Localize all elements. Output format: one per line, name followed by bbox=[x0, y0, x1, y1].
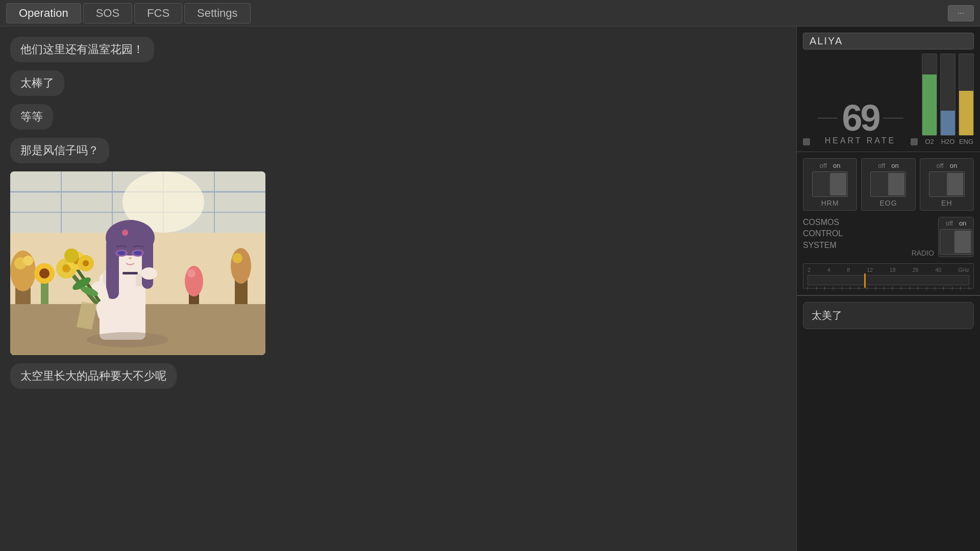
svg-point-22 bbox=[39, 268, 50, 279]
svg-point-34 bbox=[117, 251, 126, 255]
svg-rect-38 bbox=[122, 272, 138, 274]
eh-handle bbox=[947, 173, 963, 195]
scene-svg bbox=[10, 171, 265, 355]
freq-26: 26 bbox=[912, 267, 918, 273]
chat-panel: 他们这里还有温室花园！ 太棒了 等等 那是风信子吗？ bbox=[0, 27, 796, 551]
toggle-row: off on HRM off on bbox=[803, 158, 974, 211]
tick-12 bbox=[901, 287, 901, 290]
hrm-handle bbox=[830, 173, 846, 195]
tick-20 bbox=[969, 287, 969, 290]
tick-13 bbox=[910, 287, 910, 290]
tick-16 bbox=[935, 287, 935, 290]
cosmos-toggle-box: off on bbox=[938, 217, 974, 257]
tick-8 bbox=[867, 287, 867, 290]
tick-10 bbox=[884, 287, 885, 290]
svg-point-46 bbox=[64, 248, 79, 263]
svg-point-49 bbox=[141, 267, 157, 280]
tick-6 bbox=[850, 287, 850, 290]
eog-off-label: off bbox=[878, 162, 885, 169]
eog-on-label: on bbox=[891, 162, 898, 169]
tab-operation[interactable]: Operation bbox=[6, 3, 81, 23]
tab-settings[interactable]: Settings bbox=[184, 3, 251, 23]
top-nav: Operation SOS FCS Settings ··· bbox=[0, 0, 980, 27]
svg-point-19 bbox=[187, 269, 195, 278]
tick-17 bbox=[943, 287, 944, 290]
tick-7 bbox=[859, 287, 859, 290]
eh-switch[interactable] bbox=[929, 171, 965, 197]
cosmos-label: COSMOSCONTROLSYSTEM bbox=[803, 217, 908, 251]
heart-rate-display: 69 HEART RATE bbox=[814, 99, 906, 145]
chat-bubble-3: 等等 bbox=[10, 104, 53, 130]
freq-track[interactable] bbox=[807, 275, 969, 285]
freq-2: 2 bbox=[807, 267, 811, 273]
bar-o2-wrapper bbox=[922, 54, 937, 136]
vitals-body: 69 HEART RATE O2 bbox=[803, 54, 974, 145]
chat-image-inner bbox=[10, 171, 265, 355]
bar-h2o-label: H2O bbox=[941, 138, 955, 145]
toggle-eog: off on EOG bbox=[861, 158, 915, 211]
chat-bubble-1: 他们这里还有温室花园！ bbox=[10, 37, 154, 62]
svg-point-31 bbox=[122, 230, 128, 236]
tab-fcs[interactable]: FCS bbox=[134, 3, 182, 23]
eh-on-label: on bbox=[950, 162, 957, 169]
svg-point-16 bbox=[232, 253, 242, 263]
freq-marker bbox=[864, 273, 866, 288]
left-indicator bbox=[803, 138, 810, 145]
heart-rate-number: 69 bbox=[842, 99, 878, 136]
tick-4 bbox=[833, 287, 834, 290]
bar-o2-label: O2 bbox=[925, 138, 934, 145]
chat-image bbox=[10, 171, 265, 355]
svg-rect-29 bbox=[142, 238, 153, 289]
right-indicator bbox=[911, 138, 918, 145]
hrm-off-label: off bbox=[820, 162, 827, 169]
eh-labels: off on bbox=[936, 162, 957, 169]
response-section: 太美了 bbox=[797, 295, 980, 551]
response-bubble: 太美了 bbox=[803, 302, 974, 329]
freq-18: 18 bbox=[890, 267, 896, 273]
nav-more-button[interactable]: ··· bbox=[948, 5, 974, 21]
freq-40: 40 bbox=[935, 267, 941, 273]
tick-18 bbox=[952, 287, 952, 290]
cosmos-off-label: off bbox=[946, 219, 953, 227]
tick-14 bbox=[918, 287, 918, 290]
vitals-section: ALIYA 69 HEART RATE bbox=[797, 27, 980, 152]
hr-row: 69 bbox=[817, 99, 903, 136]
tab-sos[interactable]: SOS bbox=[83, 3, 132, 23]
svg-point-36 bbox=[129, 257, 132, 259]
freq-4: 4 bbox=[827, 267, 830, 273]
bar-h2o-container: H2O bbox=[940, 54, 955, 145]
vitals-header: ALIYA bbox=[803, 33, 974, 49]
bar-eng-container: ENG bbox=[959, 54, 974, 145]
eog-name: EOG bbox=[879, 199, 897, 207]
right-panel: ALIYA 69 HEART RATE bbox=[796, 27, 980, 551]
main-content: 他们这里还有温室花园！ 太棒了 等等 那是风信子吗？ bbox=[0, 27, 980, 551]
hrm-switch[interactable] bbox=[812, 171, 848, 197]
hr-line-left bbox=[817, 118, 838, 118]
svg-point-51 bbox=[87, 332, 168, 347]
tick-3 bbox=[824, 287, 825, 290]
freq-ghz: GHz bbox=[958, 267, 969, 273]
svg-point-45 bbox=[83, 260, 89, 266]
freq-scale: 2 4 8 12 18 26 40 GHz bbox=[807, 267, 969, 273]
radio-label: RADIO bbox=[912, 249, 934, 257]
svg-point-13 bbox=[23, 256, 33, 266]
svg-point-11 bbox=[10, 251, 36, 291]
cosmos-switch[interactable] bbox=[940, 229, 972, 255]
freq-8: 8 bbox=[847, 267, 850, 273]
bar-eng-label: ENG bbox=[959, 138, 973, 145]
svg-point-35 bbox=[134, 251, 142, 255]
bar-eng-wrapper bbox=[959, 54, 974, 136]
heart-rate-label: HEART RATE bbox=[825, 136, 896, 145]
tick-19 bbox=[960, 287, 961, 290]
eog-switch[interactable] bbox=[870, 171, 906, 197]
toggle-hrm: off on HRM bbox=[803, 158, 857, 211]
cosmos-toggle-labels: off on bbox=[946, 219, 967, 227]
vitals-bars: O2 H2O ENG bbox=[922, 54, 974, 145]
chat-bubble-4: 那是风信子吗？ bbox=[10, 138, 109, 163]
hrm-labels: off on bbox=[820, 162, 841, 169]
hr-line-right bbox=[883, 118, 903, 118]
eog-labels: off on bbox=[878, 162, 899, 169]
character-name: ALIYA bbox=[803, 33, 974, 49]
frequency-bar[interactable]: 2 4 8 12 18 26 40 GHz bbox=[803, 263, 974, 289]
bar-o2-container: O2 bbox=[922, 54, 937, 145]
